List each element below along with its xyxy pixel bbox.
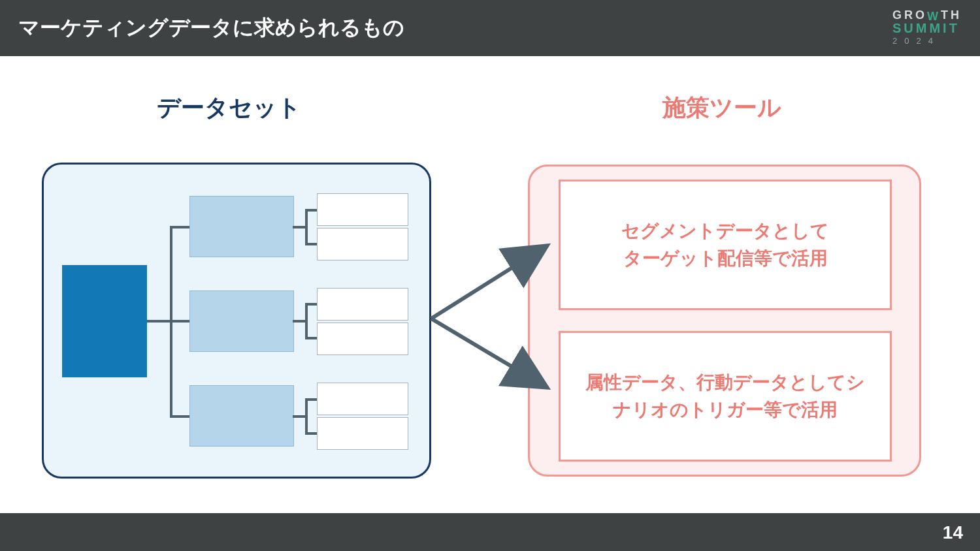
leaf-node [317, 228, 408, 260]
leaf-node [317, 193, 408, 226]
tool-card-segment: セグメントデータとしてターゲット配信等で活用 [559, 180, 892, 310]
logo-text: GRO [892, 8, 927, 22]
connector [305, 209, 317, 212]
tools-panel: セグメントデータとしてターゲット配信等で活用 属性データ、行動データとしてシナリ… [528, 165, 921, 477]
connector [305, 398, 317, 401]
leaf-node [317, 383, 408, 415]
connector [305, 303, 308, 339]
leaf-node [317, 417, 408, 450]
logo-line2: SUMMIT [892, 22, 962, 35]
slide-header: マーケティングデータに求められるもの GROWTH SUMMIT 2024 [0, 0, 980, 56]
logo-text: TH [941, 8, 962, 22]
mid-node [189, 385, 294, 447]
event-logo: GROWTH SUMMIT 2024 [892, 9, 962, 45]
tool-card-text: セグメントデータとしてターゲット配信等で活用 [621, 217, 829, 272]
connector [170, 415, 189, 418]
connector [305, 243, 317, 245]
tool-card-attribute: 属性データ、行動データとしてシナリオのトリガー等で活用 [559, 331, 892, 462]
page-number: 14 [943, 522, 963, 543]
connector [305, 303, 317, 306]
leaf-node [317, 288, 408, 321]
connector [170, 320, 189, 323]
root-node [62, 265, 147, 377]
connector [305, 398, 308, 435]
connector [147, 320, 172, 323]
slide-body: データセット 施策ツール [0, 56, 980, 513]
logo-accent: W [927, 10, 941, 22]
mid-node [189, 291, 294, 352]
logo-line1: GROWTH [892, 9, 962, 21]
dataset-panel [42, 163, 431, 479]
left-column-title: データセット [0, 92, 457, 124]
connector [170, 226, 189, 228]
mid-node [189, 196, 294, 257]
logo-year: 2024 [892, 37, 962, 45]
right-column-title: 施策ツール [523, 92, 921, 124]
tool-card-text: 属性データ、行動データとしてシナリオのトリガー等で活用 [585, 369, 865, 424]
slide-title: マーケティングデータに求められるもの [18, 14, 404, 42]
leaf-node [317, 323, 408, 355]
connector [305, 337, 317, 339]
connector [305, 209, 308, 245]
slide-footer: 14 [0, 513, 980, 551]
connector [305, 432, 317, 435]
